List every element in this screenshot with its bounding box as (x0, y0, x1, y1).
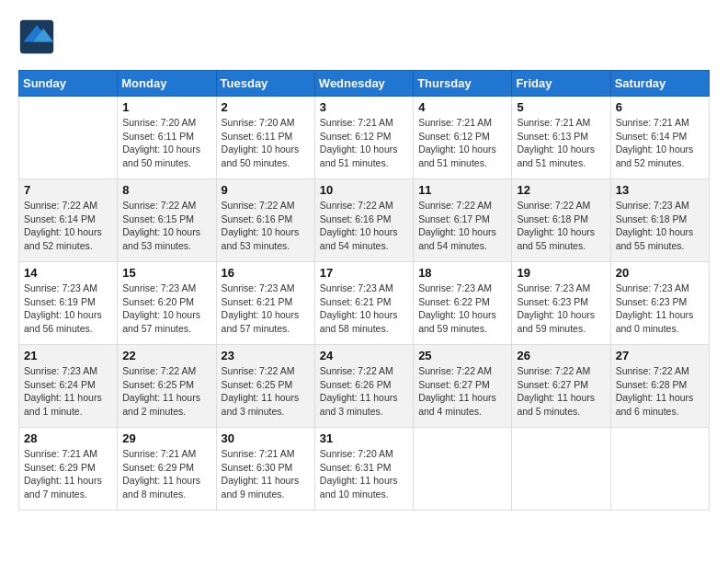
day-number: 20 (616, 266, 704, 280)
day-number: 14 (24, 266, 112, 280)
day-info: Sunrise: 7:22 AM Sunset: 6:28 PM Dayligh… (616, 364, 704, 419)
day-number: 11 (418, 183, 506, 197)
week-row-2: 7Sunrise: 7:22 AM Sunset: 6:14 PM Daylig… (19, 179, 710, 262)
day-number: 1 (122, 100, 210, 114)
day-info: Sunrise: 7:22 AM Sunset: 6:16 PM Dayligh… (222, 199, 310, 253)
day-number: 21 (24, 349, 112, 362)
calendar-cell: 21Sunrise: 7:23 AM Sunset: 6:24 PM Dayli… (19, 345, 118, 428)
logo-icon (18, 18, 55, 55)
day-number: 15 (122, 266, 210, 280)
calendar-cell: 13Sunrise: 7:23 AM Sunset: 6:18 PM Dayli… (610, 179, 709, 262)
col-tuesday: Tuesday (216, 71, 314, 97)
calendar-cell: 27Sunrise: 7:22 AM Sunset: 6:28 PM Dayli… (610, 345, 709, 428)
day-number: 16 (222, 266, 310, 280)
calendar-table: Sunday Monday Tuesday Wednesday Thursday… (18, 70, 710, 511)
calendar-cell: 18Sunrise: 7:23 AM Sunset: 6:22 PM Dayli… (414, 262, 512, 345)
week-row-1: 1Sunrise: 7:20 AM Sunset: 6:11 PM Daylig… (19, 97, 710, 179)
day-info: Sunrise: 7:23 AM Sunset: 6:21 PM Dayligh… (320, 282, 408, 336)
calendar-cell (512, 428, 610, 511)
calendar-cell: 22Sunrise: 7:22 AM Sunset: 6:25 PM Dayli… (118, 345, 216, 428)
calendar-cell: 30Sunrise: 7:21 AM Sunset: 6:30 PM Dayli… (216, 428, 314, 511)
day-number: 5 (517, 100, 605, 114)
day-number: 4 (418, 100, 506, 114)
calendar-cell: 4Sunrise: 7:21 AM Sunset: 6:12 PM Daylig… (414, 97, 512, 179)
day-info: Sunrise: 7:21 AM Sunset: 6:29 PM Dayligh… (122, 447, 210, 501)
page-header (18, 18, 710, 55)
day-info: Sunrise: 7:23 AM Sunset: 6:22 PM Dayligh… (418, 282, 506, 336)
day-info: Sunrise: 7:21 AM Sunset: 6:14 PM Dayligh… (616, 116, 704, 170)
calendar-cell: 24Sunrise: 7:22 AM Sunset: 6:26 PM Dayli… (314, 345, 413, 428)
day-info: Sunrise: 7:22 AM Sunset: 6:18 PM Dayligh… (517, 199, 605, 253)
calendar-cell: 25Sunrise: 7:22 AM Sunset: 6:27 PM Dayli… (414, 345, 512, 428)
day-number: 13 (616, 183, 704, 197)
calendar-cell: 15Sunrise: 7:23 AM Sunset: 6:20 PM Dayli… (118, 262, 216, 345)
calendar-cell (610, 428, 709, 511)
calendar-cell: 6Sunrise: 7:21 AM Sunset: 6:14 PM Daylig… (610, 97, 709, 179)
day-info: Sunrise: 7:23 AM Sunset: 6:19 PM Dayligh… (24, 282, 112, 336)
calendar-cell: 16Sunrise: 7:23 AM Sunset: 6:21 PM Dayli… (216, 262, 314, 345)
day-info: Sunrise: 7:22 AM Sunset: 6:27 PM Dayligh… (418, 364, 506, 419)
day-number: 3 (320, 100, 408, 114)
day-number: 18 (418, 266, 506, 280)
col-friday: Friday (512, 71, 610, 97)
calendar-cell: 9Sunrise: 7:22 AM Sunset: 6:16 PM Daylig… (216, 179, 314, 262)
day-info: Sunrise: 7:23 AM Sunset: 6:23 PM Dayligh… (517, 282, 605, 336)
calendar-cell: 17Sunrise: 7:23 AM Sunset: 6:21 PM Dayli… (314, 262, 413, 345)
day-number: 26 (517, 349, 605, 362)
day-info: Sunrise: 7:22 AM Sunset: 6:16 PM Dayligh… (320, 199, 408, 253)
col-sunday: Sunday (19, 71, 118, 97)
calendar-cell (414, 428, 512, 511)
calendar-cell: 20Sunrise: 7:23 AM Sunset: 6:23 PM Dayli… (610, 262, 709, 345)
calendar-cell: 12Sunrise: 7:22 AM Sunset: 6:18 PM Dayli… (512, 179, 610, 262)
day-number: 31 (320, 431, 408, 445)
col-monday: Monday (118, 71, 216, 97)
day-number: 8 (122, 183, 210, 197)
day-number: 2 (222, 100, 310, 114)
day-number: 28 (24, 431, 112, 445)
calendar-cell: 7Sunrise: 7:22 AM Sunset: 6:14 PM Daylig… (19, 179, 118, 262)
day-number: 9 (222, 183, 310, 197)
calendar-cell: 8Sunrise: 7:22 AM Sunset: 6:15 PM Daylig… (118, 179, 216, 262)
day-number: 22 (122, 349, 210, 362)
day-number: 24 (320, 349, 408, 362)
calendar-cell: 26Sunrise: 7:22 AM Sunset: 6:27 PM Dayli… (512, 345, 610, 428)
day-info: Sunrise: 7:22 AM Sunset: 6:27 PM Dayligh… (517, 364, 605, 419)
calendar-cell: 31Sunrise: 7:20 AM Sunset: 6:31 PM Dayli… (314, 428, 413, 511)
week-row-3: 14Sunrise: 7:23 AM Sunset: 6:19 PM Dayli… (19, 262, 710, 345)
column-headers: Sunday Monday Tuesday Wednesday Thursday… (19, 71, 710, 97)
day-number: 7 (24, 183, 112, 197)
day-number: 23 (222, 349, 310, 362)
day-number: 12 (517, 183, 605, 197)
day-info: Sunrise: 7:23 AM Sunset: 6:24 PM Dayligh… (24, 364, 112, 419)
day-info: Sunrise: 7:22 AM Sunset: 6:26 PM Dayligh… (320, 364, 408, 419)
col-thursday: Thursday (414, 71, 512, 97)
day-info: Sunrise: 7:23 AM Sunset: 6:20 PM Dayligh… (122, 282, 210, 336)
calendar-cell: 29Sunrise: 7:21 AM Sunset: 6:29 PM Dayli… (118, 428, 216, 511)
day-info: Sunrise: 7:23 AM Sunset: 6:21 PM Dayligh… (222, 282, 310, 336)
week-row-5: 28Sunrise: 7:21 AM Sunset: 6:29 PM Dayli… (19, 428, 710, 511)
calendar-cell: 2Sunrise: 7:20 AM Sunset: 6:11 PM Daylig… (216, 97, 314, 179)
day-info: Sunrise: 7:23 AM Sunset: 6:18 PM Dayligh… (616, 199, 704, 253)
day-info: Sunrise: 7:23 AM Sunset: 6:23 PM Dayligh… (616, 282, 704, 336)
calendar-cell: 11Sunrise: 7:22 AM Sunset: 6:17 PM Dayli… (414, 179, 512, 262)
day-info: Sunrise: 7:20 AM Sunset: 6:11 PM Dayligh… (222, 116, 310, 170)
day-info: Sunrise: 7:21 AM Sunset: 6:12 PM Dayligh… (320, 116, 408, 170)
day-number: 17 (320, 266, 408, 280)
day-info: Sunrise: 7:20 AM Sunset: 6:31 PM Dayligh… (320, 447, 408, 501)
calendar-cell: 19Sunrise: 7:23 AM Sunset: 6:23 PM Dayli… (512, 262, 610, 345)
calendar-cell: 28Sunrise: 7:21 AM Sunset: 6:29 PM Dayli… (19, 428, 118, 511)
day-info: Sunrise: 7:22 AM Sunset: 6:25 PM Dayligh… (222, 364, 310, 419)
day-info: Sunrise: 7:20 AM Sunset: 6:11 PM Dayligh… (122, 116, 210, 170)
calendar-cell: 1Sunrise: 7:20 AM Sunset: 6:11 PM Daylig… (118, 97, 216, 179)
col-wednesday: Wednesday (314, 71, 413, 97)
calendar-cell (19, 97, 118, 179)
calendar-cell: 5Sunrise: 7:21 AM Sunset: 6:13 PM Daylig… (512, 97, 610, 179)
day-info: Sunrise: 7:22 AM Sunset: 6:25 PM Dayligh… (122, 364, 210, 419)
day-info: Sunrise: 7:21 AM Sunset: 6:29 PM Dayligh… (24, 447, 112, 501)
calendar-cell: 3Sunrise: 7:21 AM Sunset: 6:12 PM Daylig… (314, 97, 413, 179)
day-number: 29 (122, 431, 210, 445)
day-info: Sunrise: 7:21 AM Sunset: 6:13 PM Dayligh… (517, 116, 605, 170)
logo (18, 18, 59, 55)
week-row-4: 21Sunrise: 7:23 AM Sunset: 6:24 PM Dayli… (19, 345, 710, 428)
calendar-cell: 10Sunrise: 7:22 AM Sunset: 6:16 PM Dayli… (314, 179, 413, 262)
